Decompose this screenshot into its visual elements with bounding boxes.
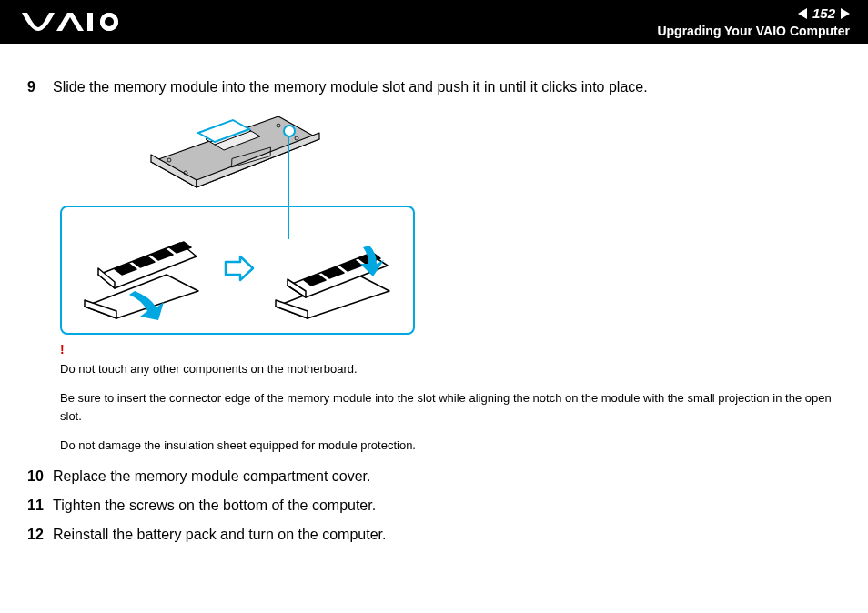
page-number: 152 [812,5,835,22]
step-9: 9 Slide the memory module into the memor… [27,76,841,98]
svg-marker-23 [226,256,253,280]
memory-install-callout [60,206,415,335]
step-10: 10 Replace the memory module compartment… [27,466,841,487]
sequence-arrow-icon [224,255,255,286]
caution-text: Be sure to insert the connector edge of … [60,389,841,426]
step-number: 10 [27,466,53,487]
step-number: 11 [27,495,53,517]
memory-insert-step [80,220,207,320]
vaio-logo [22,11,122,33]
memory-click-step [271,220,399,320]
step-text: Slide the memory module into the memory … [53,76,841,98]
step-number: 12 [27,524,53,546]
step-text: Tighten the screws on the bottom of the … [53,495,841,517]
svg-point-2 [105,17,114,26]
step-11: 11 Tighten the screws on the bottom of t… [27,495,841,517]
page-navigation: 152 [657,5,850,22]
svg-rect-0 [87,13,93,31]
caution-icon: ! [60,340,841,360]
section-title: Upgrading Your VAIO Computer [657,24,850,39]
caution-text: Do not damage the insulation sheet equip… [60,437,841,455]
prev-page-icon[interactable] [798,8,807,19]
step-text: Reinstall the battery pack and turn on t… [53,524,841,546]
laptop-underside-illustration [142,107,324,193]
caution-text: Do not touch any other components on the… [60,360,841,378]
next-page-icon[interactable] [841,8,850,19]
page-content: 9 Slide the memory module into the memor… [0,44,868,546]
instruction-figure [60,107,841,335]
header-bar: 152 Upgrading Your VAIO Computer [0,0,868,44]
step-12: 12 Reinstall the battery pack and turn o… [27,524,841,546]
caution-block: ! Do not touch any other components on t… [60,340,841,455]
step-number: 9 [27,76,53,98]
step-text: Replace the memory module compartment co… [53,466,841,487]
